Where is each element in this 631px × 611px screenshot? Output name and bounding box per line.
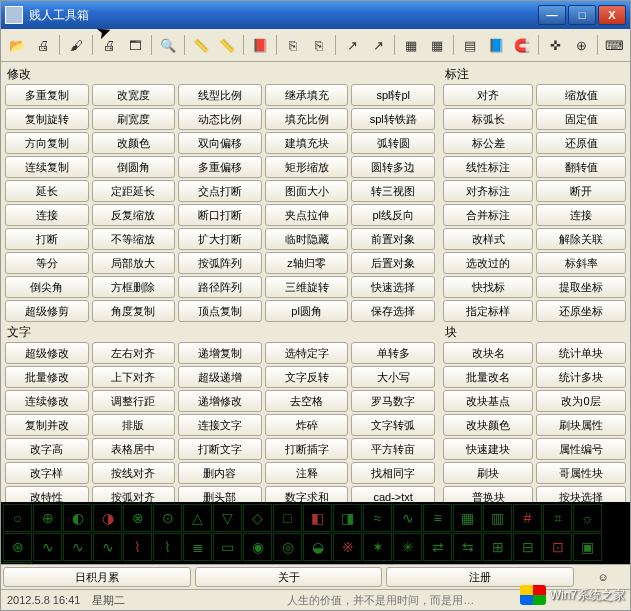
cmd-button[interactable]: 改样式 [443,228,533,250]
cmd-button[interactable]: 角度复制 [92,300,176,322]
symbol-button[interactable]: ⊟ [513,533,542,561]
symbol-button[interactable]: ≡ [423,504,452,532]
cmd-button[interactable]: 改块基点 [443,390,533,412]
cmd-button[interactable]: 按块选择 [536,486,626,502]
toolbar-button[interactable]: ▦ [399,33,423,57]
cmd-button[interactable]: 局部放大 [92,252,176,274]
cmd-button[interactable]: pl圆角 [265,300,349,322]
cmd-button[interactable]: 数字求和 [265,486,349,502]
cmd-button[interactable]: 双向偏移 [178,132,262,154]
symbol-button[interactable]: △ [183,504,212,532]
cmd-button[interactable]: spl转铁路 [351,108,435,130]
cmd-button[interactable]: 指定标样 [443,300,533,322]
symbol-button[interactable]: ○ [3,504,32,532]
cmd-button[interactable]: 路径阵列 [178,276,262,298]
cmd-button[interactable]: 前置对象 [351,228,435,250]
cmd-button[interactable]: 普换块 [443,486,533,502]
symbol-button[interactable]: ∿ [93,533,122,561]
cmd-button[interactable]: 复制旋转 [5,108,89,130]
toolbar-button[interactable]: 🖌 [64,33,88,57]
symbol-button[interactable]: ◧ [303,504,332,532]
cmd-button[interactable]: 改块颜色 [443,414,533,436]
cmd-button[interactable]: 断口打断 [178,204,262,226]
cmd-button[interactable]: 超级修剪 [5,300,89,322]
cmd-button[interactable]: 方框删除 [92,276,176,298]
cmd-button[interactable]: 罗马数字 [351,390,435,412]
cmd-button[interactable]: 注释 [265,462,349,484]
cmd-button[interactable]: 多重偏移 [178,156,262,178]
cmd-button[interactable]: 翻转值 [536,156,626,178]
cmd-button[interactable]: pl线反向 [351,204,435,226]
cmd-button[interactable]: 文字反转 [265,366,349,388]
symbol-button[interactable]: ⊛ [3,533,32,561]
symbol-button[interactable]: ≣ [183,533,212,561]
cmd-button[interactable]: 固定值 [536,108,626,130]
symbol-button[interactable]: ⊙ [153,504,182,532]
cmd-button[interactable]: 三维旋转 [265,276,349,298]
toolbar-button[interactable]: 📂 [5,33,29,57]
toolbar-button[interactable]: ⎘ [281,33,305,57]
cmd-button[interactable]: 交点打断 [178,180,262,202]
symbol-button[interactable]: ⌗ [543,504,572,532]
cmd-button[interactable]: 临时隐藏 [265,228,349,250]
symbol-button[interactable]: □ [273,504,302,532]
cmd-button[interactable]: 对齐标注 [443,180,533,202]
symbol-button[interactable]: ⊕ [33,504,62,532]
footer-tip-button[interactable]: 日积月累 [3,567,191,587]
cmd-button[interactable]: 合并标注 [443,204,533,226]
cmd-button[interactable]: 排版 [92,414,176,436]
cmd-button[interactable]: 快找标 [443,276,533,298]
cmd-button[interactable]: 刷块 [443,462,533,484]
cmd-button[interactable]: 圆转多边 [351,156,435,178]
cmd-button[interactable]: 打断插字 [265,438,349,460]
symbol-button[interactable]: ∿ [63,533,92,561]
cmd-button[interactable]: 批量改名 [443,366,533,388]
cmd-button[interactable]: 不等缩放 [92,228,176,250]
cmd-button[interactable]: 改特性 [5,486,89,502]
cmd-button[interactable]: 调整行距 [92,390,176,412]
cmd-button[interactable]: 倒圆角 [92,156,176,178]
cmd-button[interactable]: 递增修改 [178,390,262,412]
cmd-button[interactable]: 等分 [5,252,89,274]
cmd-button[interactable]: 改字高 [5,438,89,460]
toolbar-button[interactable]: ▤ [458,33,482,57]
maximize-button[interactable]: □ [568,5,596,25]
close-button[interactable]: X [598,5,626,25]
symbol-button[interactable]: ✶ [363,533,392,561]
minimize-button[interactable]: — [538,5,566,25]
cmd-button[interactable]: 打断文字 [178,438,262,460]
symbol-button[interactable]: ⌇ [153,533,182,561]
cmd-button[interactable]: 标公差 [443,132,533,154]
cmd-button[interactable]: 矩形缩放 [265,156,349,178]
toolbar-button[interactable]: 🗔 [123,33,147,57]
symbol-button[interactable]: ◉ [243,533,272,561]
toolbar-button[interactable]: ↗ [340,33,364,57]
cmd-button[interactable]: 断开 [536,180,626,202]
cmd-button[interactable]: 表格居中 [92,438,176,460]
symbol-button[interactable]: ※ [333,533,362,561]
symbol-button[interactable]: ✳ [393,533,422,561]
cmd-button[interactable]: 改宽度 [92,84,176,106]
cmd-button[interactable]: 打断 [5,228,89,250]
symbol-button[interactable]: ◎ [273,533,302,561]
cmd-button[interactable]: 连接 [536,204,626,226]
cmd-button[interactable]: 夹点拉伸 [265,204,349,226]
cmd-button[interactable]: 上下对齐 [92,366,176,388]
symbol-button[interactable]: ⇆ [453,533,482,561]
cmd-button[interactable]: 线性标注 [443,156,533,178]
cmd-button[interactable]: 还原坐标 [536,300,626,322]
cmd-button[interactable]: 属性编号 [536,438,626,460]
cmd-button[interactable]: 文字转弧 [351,414,435,436]
footer-about-button[interactable]: 关于 [195,567,383,587]
toolbar-button[interactable]: 🖨 [97,33,121,57]
symbol-button[interactable]: ▣ [573,533,602,561]
cmd-button[interactable]: 按弧阵列 [178,252,262,274]
cmd-button[interactable]: 删内容 [178,462,262,484]
toolbar-button[interactable]: ▦ [425,33,449,57]
cmd-button[interactable]: 去空格 [265,390,349,412]
cmd-button[interactable]: 继承填充 [265,84,349,106]
cmd-button[interactable]: 哥属性块 [536,462,626,484]
cmd-button[interactable]: 动态比例 [178,108,262,130]
cmd-button[interactable]: 多重复制 [5,84,89,106]
cmd-button[interactable]: 平方转亩 [351,438,435,460]
